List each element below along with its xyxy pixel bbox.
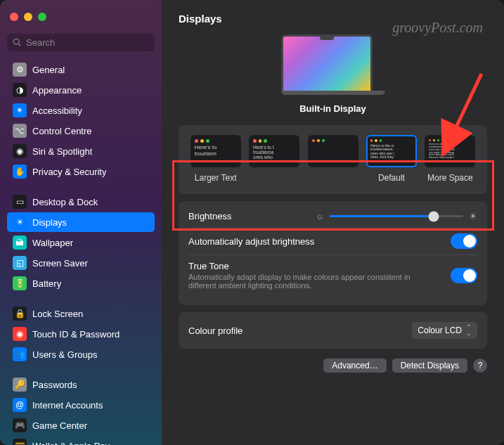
- resolution-thumb: Here's to the crazy one troublemakers. T…: [425, 135, 475, 167]
- sidebar-item-label: Accessibility: [32, 105, 82, 116]
- sidebar-item-desktop-dock[interactable]: ▭Desktop & Dock: [7, 192, 155, 212]
- resolution-label: Default: [378, 173, 405, 184]
- privacy-security-icon: ✋: [13, 165, 27, 179]
- sidebar-item-label: Displays: [32, 217, 67, 228]
- sidebar-item-general[interactable]: ⚙General: [7, 60, 155, 79]
- color-profile-section: Colour profile Colour LCD ⌃⌄: [179, 312, 487, 349]
- game-center-icon: 🎮: [13, 418, 27, 432]
- sidebar-item-label: General: [32, 65, 65, 75]
- sidebar-item-label: Wallet & Apple Pay: [32, 441, 110, 446]
- sun-small-icon: ☼: [316, 211, 324, 221]
- sidebar-item-appearance[interactable]: ◑Appearance: [7, 80, 155, 100]
- sidebar-item-displays[interactable]: ☀Displays: [7, 212, 155, 232]
- brightness-label: Brightness: [188, 211, 231, 221]
- main-panel: Displays Built-in Display Here's to trou…: [162, 0, 504, 445]
- sidebar-item-control-centre[interactable]: ⌥Control Centre: [7, 121, 155, 141]
- color-profile-label: Colour profile: [188, 325, 243, 336]
- page-title: Displays: [179, 13, 487, 25]
- resolution-option-0[interactable]: Here's to troublemLarger Text: [188, 135, 243, 184]
- color-profile-popup[interactable]: Colour LCD ⌃⌄: [412, 322, 477, 339]
- sidebar-item-game-center[interactable]: 🎮Game Center: [7, 415, 155, 435]
- battery-icon: 🔋: [13, 276, 27, 290]
- sidebar-item-label: Appearance: [32, 85, 82, 96]
- truetone-toggle[interactable]: [451, 268, 477, 283]
- auto-brightness-label: Automatically adjust brightness: [188, 236, 314, 247]
- search-icon: [13, 38, 22, 47]
- resolution-section: Here's to troublemLarger TextHere's to t…: [179, 125, 487, 194]
- sidebar-item-battery[interactable]: 🔋Battery: [7, 273, 155, 293]
- truetone-description: Automatically adapt display to make colo…: [188, 273, 434, 290]
- sidebar-item-label: Internet Accounts: [32, 400, 103, 411]
- brightness-section: Brightness ☼ ☀ Automatically adjust brig…: [179, 201, 487, 305]
- sidebar-item-screen-saver[interactable]: ◱Screen Saver: [7, 253, 155, 273]
- sidebar-item-wallpaper[interactable]: 🏔Wallpaper: [7, 233, 155, 252]
- displays-icon: ☀: [13, 215, 27, 229]
- screen-saver-icon: ◱: [13, 256, 27, 270]
- laptop-icon: [281, 34, 385, 95]
- resolution-label: Larger Text: [195, 173, 237, 184]
- desktop-dock-icon: ▭: [13, 195, 27, 209]
- wallet-apple-pay-icon: 💳: [13, 439, 27, 445]
- sidebar-item-wallet-apple-pay[interactable]: 💳Wallet & Apple Pay: [7, 436, 155, 445]
- sidebar-item-lock-screen[interactable]: 🔒Lock Screen: [7, 304, 155, 323]
- display-preview: Built-in Display: [179, 34, 487, 114]
- truetone-label: True Tone: [188, 261, 434, 271]
- lock-screen-icon: 🔒: [13, 307, 27, 321]
- wallpaper-icon: 🏔: [13, 236, 27, 250]
- color-profile-value: Colour LCD: [418, 325, 462, 335]
- sidebar-item-label: Passwords: [32, 380, 77, 390]
- siri-spotlight-icon: ◉: [13, 144, 27, 158]
- resolution-label: More Space: [427, 173, 473, 184]
- advanced-button[interactable]: Advanced…: [323, 359, 386, 373]
- sidebar-item-accessibility[interactable]: ✴Accessibility: [7, 101, 155, 120]
- sidebar-item-label: Game Center: [32, 420, 87, 431]
- sidebar-item-privacy-security[interactable]: ✋Privacy & Security: [7, 162, 155, 181]
- resolution-thumb: [308, 135, 358, 167]
- touch-id-password-icon: ◉: [13, 327, 27, 341]
- sidebar: ⚙General◑Appearance✴Accessibility⌥Contro…: [0, 0, 162, 445]
- sidebar-item-touch-id-password[interactable]: ◉Touch ID & Password: [7, 324, 155, 344]
- general-icon: ⚙: [13, 63, 27, 77]
- search-input[interactable]: [26, 37, 149, 48]
- resolution-thumb: Here's to t troublema ones who: [249, 135, 299, 167]
- sidebar-item-passwords[interactable]: 🔑Passwords: [7, 375, 155, 394]
- chevron-updown-icon: ⌃⌄: [466, 324, 472, 337]
- sidebar-item-label: Desktop & Dock: [32, 197, 98, 207]
- minimize-button[interactable]: [24, 13, 32, 21]
- window-controls: [0, 7, 162, 31]
- sun-large-icon: ☀: [469, 211, 477, 221]
- brightness-control: ☼ ☀: [316, 211, 477, 221]
- sidebar-item-label: Lock Screen: [32, 309, 83, 319]
- sidebar-item-label: Battery: [32, 278, 61, 289]
- users-groups-icon: 👥: [13, 347, 27, 361]
- sidebar-item-label: Siri & Spotlight: [32, 146, 92, 157]
- sidebar-item-users-groups[interactable]: 👥Users & Groups: [7, 344, 155, 364]
- brightness-slider[interactable]: [330, 215, 463, 217]
- internet-accounts-icon: @: [13, 398, 27, 412]
- resolution-option-1[interactable]: Here's to t troublema ones who: [247, 135, 301, 184]
- sidebar-item-label: Privacy & Security: [32, 167, 106, 177]
- accessibility-icon: ✴: [13, 103, 27, 117]
- resolution-option-4[interactable]: Here's to the crazy one troublemakers. T…: [423, 135, 477, 184]
- close-button[interactable]: [10, 13, 18, 21]
- passwords-icon: 🔑: [13, 378, 27, 392]
- sidebar-item-label: Wallpaper: [32, 238, 73, 248]
- resolution-option-3[interactable]: Here's to the cr troublemakers. ones who…: [364, 135, 418, 184]
- appearance-icon: ◑: [13, 83, 27, 97]
- resolution-option-2[interactable]: [306, 135, 360, 184]
- footer-buttons: Advanced… Detect Displays ?: [179, 359, 487, 373]
- resolution-thumb: Here's to troublem: [190, 135, 241, 167]
- sidebar-item-label: Touch ID & Password: [32, 329, 119, 340]
- auto-brightness-toggle[interactable]: [451, 233, 477, 249]
- sidebar-item-label: Users & Groups: [32, 349, 97, 360]
- sidebar-item-siri-spotlight[interactable]: ◉Siri & Spotlight: [7, 141, 155, 161]
- search-box[interactable]: [7, 34, 155, 51]
- sidebar-item-label: Control Centre: [32, 126, 92, 136]
- detect-displays-button[interactable]: Detect Displays: [392, 359, 467, 373]
- help-button[interactable]: ?: [473, 359, 487, 373]
- display-name: Built-in Display: [179, 103, 487, 114]
- resolution-thumb: Here's to the cr troublemakers. ones who…: [366, 135, 417, 167]
- maximize-button[interactable]: [38, 13, 46, 21]
- sidebar-item-internet-accounts[interactable]: @Internet Accounts: [7, 395, 155, 415]
- sidebar-item-label: Screen Saver: [32, 258, 88, 269]
